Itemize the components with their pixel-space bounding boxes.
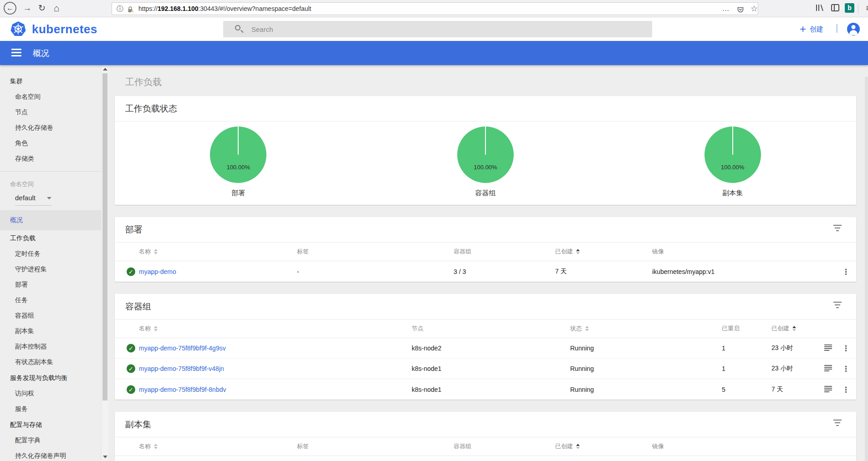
sidebar-item-nodes[interactable]: 节点 bbox=[0, 105, 101, 120]
bing-extension-icon[interactable]: b bbox=[845, 3, 854, 13]
scroll-up-icon[interactable] bbox=[103, 68, 107, 71]
browser-menu-icon[interactable]: ≡ bbox=[862, 2, 868, 15]
column-header-created[interactable]: 已创建 bbox=[771, 324, 796, 333]
sidebar-item-config-maps[interactable]: 配置字典 bbox=[0, 433, 101, 448]
sidebar-item-persistent-volumes[interactable]: 持久化存储卷 bbox=[0, 120, 101, 136]
row-menu-icon[interactable]: ⋮ bbox=[842, 364, 850, 374]
pod-node: k8s-node1 bbox=[412, 386, 441, 393]
sidebar-header-config-storage[interactable]: 配置与存储 bbox=[0, 417, 101, 433]
sidebar-item-replica-sets[interactable]: 副本集 bbox=[0, 324, 101, 339]
pod-restarts: 1 bbox=[722, 365, 725, 372]
page-info-icon[interactable]: ⓘ bbox=[117, 3, 123, 15]
bookmark-star-icon[interactable]: ☆ bbox=[749, 3, 760, 15]
pod-link[interactable]: myapp-demo-75f8f9bf9f-v48jn bbox=[139, 365, 224, 372]
sidebar-item-daemon-sets[interactable]: 守护进程集 bbox=[0, 262, 101, 277]
filter-icon[interactable] bbox=[833, 302, 842, 310]
replica-set-row: ✓ myapp-demo-75f8f9bf9f app: myapp pod-t… bbox=[115, 456, 856, 461]
sidebar-item-namespaces[interactable]: 命名空间 bbox=[0, 89, 101, 105]
column-header-status[interactable]: 状态 bbox=[570, 324, 589, 333]
browser-chrome: ← → ↻ ⌂ ⓘ https://192.168.1.100:30443/#!… bbox=[0, 0, 868, 17]
logs-icon[interactable] bbox=[824, 386, 832, 393]
sidebar-scrollbar[interactable] bbox=[101, 65, 108, 461]
deployment-link[interactable]: myapp-demo bbox=[139, 268, 176, 275]
row-menu-icon[interactable]: ⋮ bbox=[842, 385, 850, 394]
sidebar-header-workloads[interactable]: 工作负载 bbox=[0, 230, 101, 246]
namespace-select[interactable]: default bbox=[15, 194, 51, 206]
browser-home-button[interactable]: ⌂ bbox=[50, 2, 63, 15]
deployment-images: ikubernetes/myapp:v1 bbox=[652, 268, 715, 275]
page-actions-icon[interactable]: … bbox=[720, 3, 731, 15]
app-header: kubernetes +创建 | bbox=[0, 17, 868, 41]
pie-value: 100.00% bbox=[210, 164, 266, 171]
sidebar-item-jobs[interactable]: 任务 bbox=[0, 293, 101, 308]
sidebar-item-cron-jobs[interactable]: 定时任务 bbox=[0, 246, 101, 262]
pods-header-row: 名称 节点 状态 已重启 已创建 bbox=[115, 319, 856, 338]
pie-replica-sets: 100.00% 副本集 bbox=[609, 127, 856, 198]
browser-back-button[interactable]: ← bbox=[4, 2, 16, 15]
pie-value: 100.00% bbox=[457, 164, 514, 171]
pod-link[interactable]: myapp-demo-75f8f9bf9f-8nbdv bbox=[139, 386, 226, 393]
sort-asc-icon bbox=[576, 444, 580, 449]
content-scrollbar[interactable] bbox=[865, 77, 868, 461]
deployment-labels: - bbox=[297, 268, 299, 275]
status-ok-icon: ✓ bbox=[127, 385, 135, 394]
pocket-save-icon[interactable] bbox=[735, 5, 746, 17]
deployment-row: ✓ myapp-demo - 3 / 3 7 天 ikubernetes/mya… bbox=[115, 261, 856, 282]
sidebar-item-ingresses[interactable]: 访问权 bbox=[0, 386, 101, 401]
pod-status: Running bbox=[570, 344, 594, 352]
namespace-label: 命名空间 bbox=[0, 176, 101, 190]
logs-icon[interactable] bbox=[824, 365, 832, 372]
row-menu-icon[interactable]: ⋮ bbox=[842, 344, 850, 353]
deployment-pods: 3 / 3 bbox=[454, 268, 466, 275]
column-header-name[interactable]: 名称 bbox=[139, 248, 158, 256]
kubernetes-logo-icon[interactable] bbox=[10, 21, 26, 37]
sidebar-item-services[interactable]: 服务 bbox=[0, 401, 101, 417]
search-bar[interactable] bbox=[223, 21, 652, 37]
search-input[interactable] bbox=[251, 21, 643, 37]
sidebar-header-discovery[interactable]: 服务发现与负载均衡 bbox=[0, 370, 101, 386]
pie-chart-pods: 100.00% bbox=[457, 127, 514, 183]
scroll-down-icon[interactable] bbox=[103, 456, 107, 458]
sidebar-item-pvc[interactable]: 持久化存储卷声明 bbox=[0, 448, 101, 461]
sidebar-item-storage-classes[interactable]: 存储类 bbox=[0, 151, 101, 167]
browser-forward-button[interactable]: → bbox=[21, 2, 34, 15]
column-header-restarts: 已重启 bbox=[722, 324, 740, 333]
column-header-created[interactable]: 已创建 bbox=[555, 442, 580, 451]
pod-link[interactable]: myapp-demo-75f8f9bf9f-4g9sv bbox=[139, 344, 226, 352]
status-ok-icon: ✓ bbox=[127, 365, 135, 373]
chevron-down-icon bbox=[47, 197, 51, 199]
pods-card: 容器组 名称 节点 状态 已重启 已创建 ✓ myapp-demo-75f8f9… bbox=[115, 294, 856, 400]
sort-asc-icon bbox=[576, 249, 580, 254]
browser-reload-button[interactable]: ↻ bbox=[36, 2, 48, 15]
sidebar-item-replication-controllers[interactable]: 副本控制器 bbox=[0, 339, 101, 355]
logs-icon[interactable] bbox=[824, 344, 832, 352]
column-header-name[interactable]: 名称 bbox=[139, 442, 158, 451]
user-avatar[interactable] bbox=[847, 23, 860, 35]
plus-icon: + bbox=[800, 23, 806, 35]
column-header-labels: 标签 bbox=[297, 248, 309, 256]
filter-icon[interactable] bbox=[833, 225, 842, 233]
sidebar-item-pods[interactable]: 容器组 bbox=[0, 308, 101, 324]
sidebar-item-stateful-sets[interactable]: 有状态副本集 bbox=[0, 355, 101, 370]
insecure-lock-icon[interactable] bbox=[127, 5, 134, 17]
filter-icon[interactable] bbox=[833, 420, 842, 428]
hamburger-menu-icon[interactable] bbox=[11, 49, 21, 58]
pie-caption: 副本集 bbox=[722, 189, 743, 198]
create-button[interactable]: +创建 bbox=[800, 23, 823, 35]
sidebar-item-deployments[interactable]: 部署 bbox=[0, 277, 101, 293]
deployments-card: 部署 名称 标签 容器组 已创建 镜像 ✓ myapp-demo - 3 / 3… bbox=[115, 217, 856, 282]
workload-status-card: 工作负载状态 100.00% 部署 100.00% 容器组 100.00% 副本… bbox=[115, 96, 856, 205]
page-title: 工作负载 bbox=[125, 76, 856, 88]
url-bar[interactable]: ⓘ https://192.168.1.100:30443/#!/overvie… bbox=[112, 2, 758, 15]
sidebar-toggle-icon[interactable] bbox=[831, 3, 840, 14]
sidebar-item-overview[interactable]: 概况 bbox=[0, 210, 101, 230]
pod-status: Running bbox=[570, 386, 594, 393]
column-header-name[interactable]: 名称 bbox=[139, 324, 158, 333]
pie-chart-replica-sets: 100.00% bbox=[705, 127, 761, 183]
column-header-created[interactable]: 已创建 bbox=[555, 248, 580, 256]
scrollbar-thumb[interactable] bbox=[102, 73, 107, 400]
sidebar-item-roles[interactable]: 角色 bbox=[0, 136, 101, 151]
row-menu-icon[interactable]: ⋮ bbox=[842, 267, 850, 276]
library-icon[interactable] bbox=[815, 3, 825, 14]
pie-chart-deployments: 100.00% bbox=[210, 127, 266, 183]
